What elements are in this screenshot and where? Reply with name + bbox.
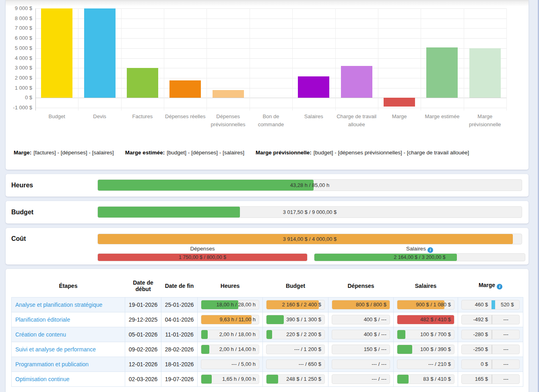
- salaires-sublabel: Salairesi: [314, 246, 525, 253]
- chart-bar-marge[interactable]: [384, 98, 415, 107]
- info-icon[interactable]: i: [497, 284, 502, 289]
- marge-divider: [492, 300, 495, 309]
- cell-progressbar: 248 $ / 1 250 $: [266, 374, 325, 384]
- etape-cell: Optimisation continue: [12, 371, 125, 386]
- col-salaires[interactable]: Salaires: [394, 275, 458, 297]
- marge-value: 460 $: [462, 300, 492, 309]
- gridline: [207, 8, 207, 111]
- col-depenses[interactable]: Dépenses: [328, 275, 394, 297]
- x-axis-category-label: Marge estimée: [421, 113, 463, 129]
- cell-progress-value: --- / ---: [372, 360, 386, 369]
- budget-progress-value: 3 017,50 $ / 9 000,00 $: [98, 207, 522, 218]
- etape-cell: Programmation et publication: [12, 357, 125, 371]
- cell-progress-value: 400 $ / ---: [364, 330, 386, 339]
- etape-link[interactable]: Création de contenu: [15, 331, 66, 338]
- etape-link[interactable]: Planification éditoriale: [15, 316, 70, 323]
- etape-link[interactable]: Suivi et analyse de performance: [15, 346, 96, 353]
- table-row: Optimisation continue02-03-202619-07-202…: [12, 371, 523, 386]
- cell-progressbar: 2 160 $ / 2 400 $: [266, 300, 325, 310]
- date-debut-cell: 19-01-2026: [125, 297, 161, 312]
- table-header-row: Étapes Date de début Date de fin Heures …: [12, 275, 523, 297]
- chart-bar-charge-de-travail-allouée[interactable]: [341, 66, 372, 98]
- etape-cell: Suivi et analyse de performance: [12, 342, 125, 357]
- cout-progress-value: 3 914,00 $ / 4 000,00 $: [98, 234, 522, 244]
- gridline: [378, 8, 378, 111]
- marge-indicator: -250 $---: [461, 345, 520, 354]
- x-axis-category-label: Dépenses réelles: [164, 113, 207, 129]
- finance-chart-card: 9 000 $8 000 $7 000 $6 000 $5 000 $4 000…: [6, 0, 529, 170]
- etape-link[interactable]: Optimisation continue: [15, 376, 70, 382]
- budget-cell: 390 $ / 1 300 $: [263, 312, 328, 327]
- cell-progressbar: 9,63 h / 11,00 h: [201, 315, 259, 324]
- salaires-cell: 482 $ / 410 $: [394, 312, 458, 327]
- cell-progressbar: 100 $ / 700 $: [397, 330, 454, 339]
- cell-progressbar: 400 $ / ---: [332, 330, 390, 339]
- cell-progress-value: 100 $ / 390 $: [420, 345, 451, 354]
- cell-progress-value: 9,63 h / 11,00 h: [220, 315, 256, 324]
- date-fin-cell: 19-07-2026: [161, 371, 198, 386]
- cell-progressbar: --- / 1 200 $: [266, 345, 325, 354]
- etape-link[interactable]: Programmation et publication: [15, 361, 89, 367]
- budget-cell: --- / 650 $: [263, 357, 328, 371]
- info-icon[interactable]: i: [427, 247, 433, 253]
- etape-link[interactable]: Analyse et planification stratégique: [15, 302, 102, 308]
- chart-bar-devis[interactable]: [84, 8, 116, 98]
- date-debut-cell: 29-12-2025: [125, 312, 161, 327]
- y-axis-tick-label: 8 000 $: [4, 15, 32, 21]
- cell-progress-value: 482 $ / 410 $: [420, 315, 451, 324]
- date-fin-cell: 25-01-2026: [161, 297, 198, 312]
- x-axis-category-label: Devis: [78, 113, 121, 129]
- heures-cell: 2,00 h / 18,00 h: [198, 327, 263, 342]
- cout-label: Coût: [11, 228, 26, 265]
- gridline: [35, 108, 506, 108]
- chart-bar-marge-prévisionnelle[interactable]: [469, 48, 501, 98]
- date-debut-cell: 02-03-2026: [125, 371, 161, 386]
- col-date-fin[interactable]: Date de fin: [161, 275, 198, 297]
- table-row: Analyse et planification stratégique19-0…: [12, 297, 523, 312]
- gridline: [250, 8, 250, 111]
- cell-progressbar: 2,00 h / 18,00 h: [201, 330, 259, 339]
- legend-marge: Marge:[factures] - [dépenses] - [salaire…: [14, 150, 114, 156]
- y-axis-tick-label: 5 000 $: [4, 45, 32, 51]
- cell-progress-value: --- / 1 200 $: [294, 345, 321, 354]
- chart-bar-budget[interactable]: [41, 8, 72, 98]
- chart-bar-factures[interactable]: [127, 68, 158, 98]
- heures-cell: 1,65 h / 9,00 h: [198, 371, 263, 386]
- cell-progressbar: 400 $ / ---: [332, 315, 390, 324]
- bar-chart: 9 000 $8 000 $7 000 $6 000 $5 000 $4 000…: [35, 8, 506, 108]
- col-heures[interactable]: Heures: [198, 275, 263, 297]
- chart-bar-dépenses-prévisionnelles[interactable]: [213, 90, 244, 98]
- depenses-cell: 400 $ / ---: [328, 327, 394, 342]
- y-axis-tick-label: -1 000 $: [4, 105, 32, 111]
- budget-progressbar: 3 017,50 $ / 9 000,00 $: [97, 206, 522, 218]
- col-budget[interactable]: Budget: [263, 275, 328, 297]
- x-axis-category-label: Charge de travail allouée: [335, 113, 378, 129]
- cell-progressbar: --- / ---: [332, 374, 390, 384]
- marge-indicator: 165 $---: [461, 374, 520, 384]
- cell-progressbar: --- / 210 $: [397, 359, 454, 369]
- cell-progress-value: --- / ---: [372, 375, 386, 384]
- cell-progress-value: --- / 5,00 h: [231, 360, 256, 369]
- heures-cell: 9,63 h / 11,00 h: [198, 312, 263, 327]
- col-marge[interactable]: Margei: [458, 275, 523, 297]
- cell-progress-value: 100 $ / 700 $: [420, 330, 451, 339]
- salaires-cell: 83 $ / 410 $: [394, 371, 458, 386]
- x-axis-category-label: Marge: [378, 113, 421, 129]
- marge-indicator: -280 $---: [461, 330, 520, 339]
- chart-bar-salaires[interactable]: [298, 76, 329, 98]
- y-axis-tick-label: 6 000 $: [4, 35, 32, 41]
- cell-progressbar: 900 $ / 1 080 $: [397, 300, 454, 310]
- cell-progressbar: 18,00 h / 28,00 h: [201, 300, 259, 310]
- chart-bar-dépenses-réelles[interactable]: [169, 80, 201, 98]
- marge-value: -492 $: [462, 315, 492, 324]
- cell-progress-fill: [397, 375, 409, 384]
- depenses-cell: --- / ---: [328, 371, 394, 386]
- cell-progressbar: --- / ---: [332, 359, 390, 369]
- cell-progress-fill: [397, 345, 412, 354]
- y-axis-tick-label: 2 000 $: [4, 75, 32, 81]
- col-date-debut[interactable]: Date de début: [125, 275, 161, 297]
- date-fin-cell: 28-02-2026: [161, 342, 198, 357]
- chart-bar-marge-estimée[interactable]: [426, 47, 458, 98]
- col-etapes[interactable]: Étapes: [12, 275, 125, 297]
- cell-progressbar: 800 $ / 800 $: [332, 300, 390, 310]
